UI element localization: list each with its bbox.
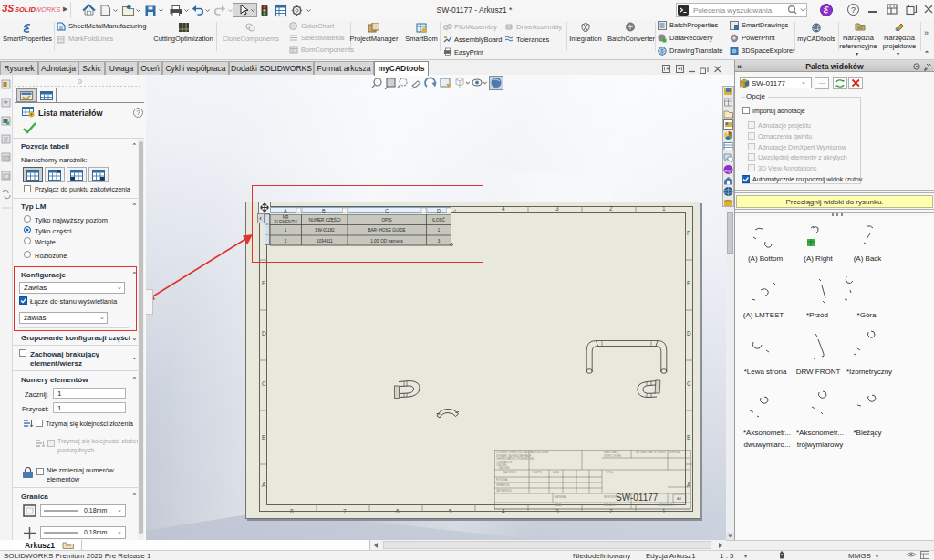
- svg-text:WORKS: WORKS: [35, 5, 60, 14]
- svg-text:TYTUŁ:: TYTUŁ:: [606, 471, 614, 474]
- svg-text:NAZWISKO: NAZWISKO: [503, 471, 516, 474]
- svg-text:MATERIAŁ:: MATERIAŁ:: [555, 495, 567, 499]
- svg-text:SPRAWDZIŁ: SPRAWDZIŁ: [496, 483, 511, 487]
- svg-text:WYKOŃCZENIE:: WYKOŃCZENIE:: [531, 451, 549, 454]
- svg-text:*Lewa strona: *Lewa strona: [744, 368, 787, 376]
- svg-text:WYMIARY SĄ W MILIMETRACH: WYMIARY SĄ W MILIMETRACH: [496, 454, 531, 458]
- svg-text:my: my: [725, 168, 732, 173]
- svg-text:SKALA 1:5: SKALA 1:5: [604, 503, 616, 507]
- svg-text:(A) LMTEST: (A) LMTEST: [743, 311, 784, 319]
- svg-text:GRATOWAĆ I: GRATOWAĆ I: [604, 450, 619, 454]
- svg-text:SOLID: SOLID: [15, 5, 36, 14]
- svg-text:dwuwymiaro...: dwuwymiaro...: [743, 441, 790, 449]
- svg-text:ЗS: ЗS: [2, 4, 14, 14]
- svg-text:(A) Right: (A) Right: [804, 254, 833, 263]
- svg-text:(A) Back: (A) Back: [854, 254, 883, 263]
- svg-text:*Izometryczny: *Izometryczny: [846, 368, 892, 376]
- svg-text:*Góra: *Góra: [857, 311, 877, 319]
- svg-text:DRW FRONT: DRW FRONT: [796, 368, 841, 376]
- svg-text:*Bieżący: *Bieżący: [853, 429, 881, 437]
- svg-text:DATA: DATA: [553, 471, 559, 474]
- svg-text:WERSJA: WERSJA: [669, 451, 680, 454]
- svg-text:KĄTOWE:: KĄTOWE:: [499, 466, 510, 470]
- svg-text:ZATWIERDZIŁ: ZATWIERDZIŁ: [496, 489, 513, 493]
- svg-text:*Aksonometr...: *Aksonometr...: [796, 429, 844, 437]
- svg-text:*Aksonometr...: *Aksonometr...: [743, 429, 791, 437]
- svg-text:TOLERANCJE:: TOLERANCJE:: [496, 461, 513, 464]
- svg-text:(A) Bottom: (A) Bottom: [748, 254, 784, 263]
- svg-text:*Przód: *Przód: [806, 311, 828, 319]
- svg-text:ARKUSZ 1 Z 1: ARKUSZ 1 Z 1: [659, 503, 675, 507]
- svg-text:MASA:: MASA:: [555, 503, 562, 507]
- svg-text:trójwymiarowy: trójwymiarowy: [797, 441, 844, 449]
- svg-text:PODPIS: PODPIS: [533, 471, 542, 474]
- svg-text:A3: A3: [677, 496, 682, 501]
- svg-text:RYSOWAŁ: RYSOWAŁ: [496, 478, 508, 482]
- svg-text:NIE SKALOWAĆ RYSUNKU: NIE SKALOWAĆ RYSUNKU: [636, 450, 666, 454]
- svg-text:SW-01177: SW-01177: [616, 493, 659, 503]
- svg-text:O ILE NIE OKREŚLONO INACZEJ:: O ILE NIE OKREŚLONO INACZEJ:: [496, 450, 534, 454]
